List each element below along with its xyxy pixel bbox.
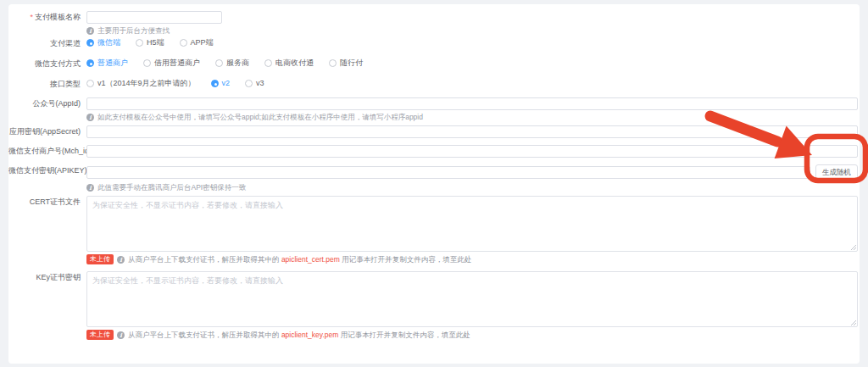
row-key-secret: KEy证书密钥 未上传 i 从商户平台上下载支付证书，解压并取得其中的 apic…: [8, 271, 860, 340]
cert-file-textarea[interactable]: [86, 196, 858, 252]
cert-file-name: apiclient_cert.pem: [281, 255, 340, 264]
mchid-label: 微信支付商户号(Mch_id): [8, 145, 86, 158]
row-appid: 公众号(AppId) i 如此支付模板在公众号中使用，请填写公众号appid;如…: [8, 97, 860, 122]
info-icon: i: [117, 331, 125, 339]
pay-channel-label: 支付渠道: [8, 37, 86, 50]
row-appsecret: 应用密钥(AppSecret): [8, 125, 860, 138]
row-apikey: 微信支付密钥(APIKEY) 生成随机 i 此值需要手动在腾讯商户后台API密钥…: [8, 164, 860, 192]
info-icon: i: [86, 184, 94, 192]
row-cert-file: CERT证书文件 未上传 i 从商户平台上下载支付证书，解压并取得其中的 api…: [8, 196, 860, 264]
info-icon: i: [86, 114, 94, 121]
row-interface-type: 接口类型 v1（2014年9月之前申请的） v2 v3: [8, 78, 860, 91]
required-asterisk: *: [30, 13, 33, 21]
appsecret-label: 应用密钥(AppSecret): [8, 125, 86, 138]
radio-icon: [136, 39, 143, 47]
cert-upload-status: 未上传 i 从商户平台上下载支付证书，解压并取得其中的 apiclient_ce…: [86, 254, 858, 264]
radio-channel-wechat[interactable]: 微信端: [86, 37, 120, 48]
interface-type-label: 接口类型: [8, 78, 86, 91]
wechat-pay-mode-label: 微信支付方式: [8, 58, 86, 70]
row-pay-channel: 支付渠道 微信端 H5端 APP端: [8, 37, 860, 50]
key-upload-status: 未上传 i 从商户平台上下载支付证书，解压并取得其中的 apiclient_ke…: [86, 330, 858, 340]
not-uploaded-badge: 未上传: [86, 330, 114, 340]
key-secret-label: KEy证书密钥: [8, 271, 86, 284]
apikey-label: 微信支付密钥(APIKEY): [8, 164, 86, 177]
key-secret-textarea[interactable]: [86, 271, 858, 327]
radio-channel-app[interactable]: APP端: [180, 37, 214, 48]
template-name-label: *支付模板名称: [8, 11, 86, 24]
radio-mode-normal-merchant[interactable]: 普通商户: [86, 58, 128, 69]
resize-grip-icon[interactable]: [850, 320, 856, 325]
appsecret-input[interactable]: [86, 125, 858, 138]
appid-hint: i 如此支付模板在公众号中使用，请填写公众号appid;如此支付模板在小程序中使…: [86, 113, 858, 122]
radio-mode-borrow-merchant[interactable]: 借用普通商户: [143, 58, 200, 69]
radio-icon: [180, 39, 187, 47]
radio-icon: [86, 59, 94, 67]
apikey-hint: i 此值需要手动在腾讯商户后台API密钥保持一致: [86, 183, 858, 192]
radio-icon: [211, 80, 219, 87]
cert-file-label: CERT证书文件: [8, 196, 86, 209]
resize-grip-icon[interactable]: [850, 244, 856, 250]
apikey-input[interactable]: [86, 166, 810, 179]
template-name-hint: i 主要用于后台方便查找: [86, 26, 858, 36]
radio-mode-service-provider[interactable]: 服务商: [215, 58, 249, 69]
radio-icon: [215, 59, 223, 67]
row-template-name: *支付模板名称 i 主要用于后台方便查找: [8, 11, 860, 36]
info-icon: i: [86, 27, 94, 35]
not-uploaded-badge: 未上传: [86, 254, 114, 264]
appid-label: 公众号(AppId): [8, 97, 86, 110]
radio-icon: [86, 80, 94, 87]
row-mchid: 微信支付商户号(Mch_id): [8, 145, 860, 158]
radio-api-v2[interactable]: v2: [211, 79, 231, 87]
radio-api-v1[interactable]: v1（2014年9月之前申请的）: [86, 78, 196, 89]
key-file-name: apiclient_key.pem: [281, 331, 338, 339]
payment-template-form-card: *支付模板名称 i 主要用于后台方便查找 支付渠道 微信端 H5端 APP端 微…: [8, 4, 860, 364]
radio-mode-suixingfu[interactable]: 随行付: [329, 58, 363, 69]
appid-input[interactable]: [86, 97, 858, 110]
template-name-input[interactable]: [86, 11, 222, 24]
radio-icon: [245, 80, 253, 87]
row-wechat-pay-mode: 微信支付方式 普通商户 借用普通商户 服务商 电商收付通 随行付: [8, 58, 860, 70]
generate-random-key-button[interactable]: 生成随机: [815, 164, 858, 181]
radio-icon: [264, 59, 272, 67]
info-icon: i: [117, 256, 125, 264]
radio-icon: [86, 39, 94, 47]
radio-icon: [143, 59, 151, 67]
radio-channel-h5[interactable]: H5端: [136, 37, 164, 48]
radio-api-v3[interactable]: v3: [245, 79, 264, 87]
radio-icon: [329, 59, 337, 67]
mchid-input[interactable]: [86, 145, 858, 158]
radio-mode-ecommerce[interactable]: 电商收付通: [264, 58, 314, 69]
